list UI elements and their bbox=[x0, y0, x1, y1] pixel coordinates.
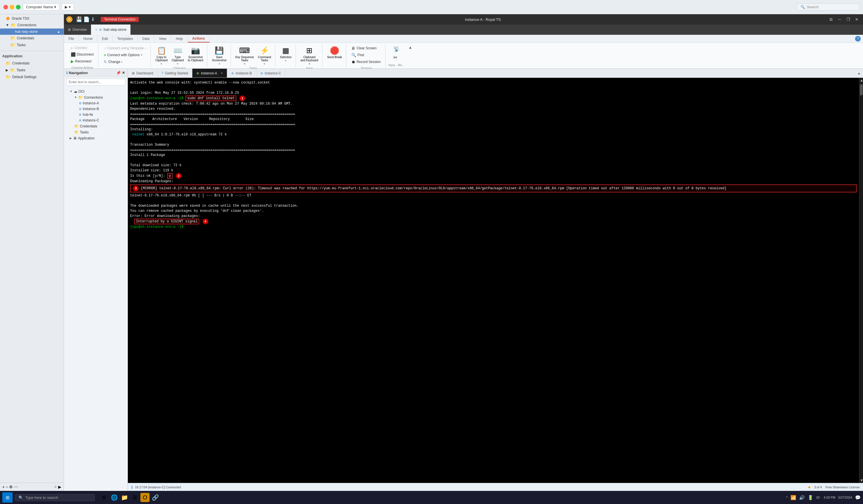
sidebar-minus-icon[interactable]: − bbox=[6, 484, 8, 489]
sidebar-item-app-credentials[interactable]: 📁 Credentials bbox=[0, 60, 64, 67]
type-clipboard-btn[interactable]: ⌨️ TypeClipboard ▾ bbox=[170, 45, 186, 65]
scroll-up-btn[interactable]: ▲ bbox=[859, 78, 863, 83]
taskbar-oracle-icon[interactable]: O bbox=[140, 493, 150, 502]
ribbon-tab-file[interactable]: File bbox=[64, 35, 79, 42]
tray-notification-icon[interactable]: 💬 bbox=[855, 495, 861, 500]
terminal-c-icon: ⊕ bbox=[260, 71, 263, 75]
terminal-tab-instance-c[interactable]: ⊕ instance-C bbox=[256, 69, 285, 78]
play-btn[interactable]: ▶ ▾ bbox=[62, 3, 74, 11]
taskbar-folder-icon[interactable]: 📁 bbox=[120, 493, 129, 502]
nav-pin-icon[interactable]: 📌 bbox=[116, 71, 121, 75]
scrollbar-thumb[interactable] bbox=[860, 84, 863, 95]
connect-options-btn[interactable]: ≡ Connect with Options ▾ bbox=[101, 52, 145, 58]
change-btn[interactable]: ✎ Change › bbox=[101, 59, 124, 65]
rts-doc-icon[interactable]: 📄 bbox=[83, 16, 90, 23]
nav-item-instance-a[interactable]: ⊕ instance-A bbox=[64, 100, 127, 106]
terminal-scrollbar[interactable]: ▲ ▼ bbox=[859, 78, 863, 483]
sidebar-dots-icon[interactable]: ⋯ bbox=[14, 484, 18, 489]
nav-search-input[interactable] bbox=[66, 79, 125, 86]
key-sequence-btn[interactable]: ⌨ Key SequenceTasks ▾ bbox=[234, 45, 256, 65]
ribbon-tab-view[interactable]: View bbox=[154, 35, 171, 42]
terminal-tab-instance-b[interactable]: ⊕ instance-B bbox=[227, 69, 256, 78]
nav-item-connections[interactable]: ▼ 📁 Connections bbox=[64, 94, 127, 100]
ribbon-collapse[interactable]: ▲ bbox=[407, 44, 414, 67]
terminal-tab-getting-started[interactable]: ? Getting Started bbox=[158, 69, 192, 78]
close-traffic-light[interactable] bbox=[3, 5, 8, 9]
rts-save-icon[interactable]: 💾 bbox=[76, 16, 82, 23]
find-btn[interactable]: 🔍 Find bbox=[349, 52, 366, 58]
nav-close-icon[interactable]: ✕ bbox=[122, 70, 125, 75]
nav-item-hub-fw[interactable]: ⊕ hub-fw bbox=[64, 112, 127, 117]
selection-label: Selection bbox=[280, 55, 292, 59]
ribbon-tab-home[interactable]: Home bbox=[79, 35, 97, 42]
nav-item-nav-tasks[interactable]: 📁 Tasks bbox=[64, 129, 127, 135]
taskbar-edge-icon[interactable]: 🌐 bbox=[110, 493, 119, 502]
sidebar-hub-action[interactable]: ▲ bbox=[57, 30, 60, 33]
rts-tabs: ⊞ Overview ✕ ⊕ hub-step-stone bbox=[64, 25, 863, 35]
taskbar-apps-icon[interactable]: ⊞ bbox=[99, 493, 109, 502]
rts-quick-icon[interactable]: ⬇ bbox=[91, 16, 95, 23]
minimize-btn[interactable]: ─ bbox=[836, 15, 843, 23]
ribbon-tab-actions[interactable]: Actions bbox=[188, 35, 210, 42]
terminal-tabs-scroll-up[interactable]: ▲ bbox=[855, 71, 863, 75]
sidebar-item-app-tasks[interactable]: ▶ 📁 Tasks bbox=[0, 67, 64, 74]
taskbar-app2-icon[interactable]: 🔗 bbox=[151, 493, 160, 502]
restore-btn[interactable]: ⧉ bbox=[827, 15, 835, 23]
record-session-btn[interactable]: ⏺ Record Session bbox=[349, 59, 383, 65]
taskbar-search-bar[interactable]: 🔍 Type here to search bbox=[15, 494, 95, 501]
tray-volume-icon[interactable]: 🔊 bbox=[799, 495, 805, 500]
sidebar-item-default-settings[interactable]: 📁 Default Settings bbox=[0, 74, 64, 80]
disconnect-btn[interactable]: ⬛ Disconnect bbox=[68, 51, 96, 57]
terminal-tab-dashboard[interactable]: ⊞ Dashboard bbox=[128, 69, 158, 78]
search-bar[interactable]: 🔍 Search bbox=[797, 3, 860, 11]
minimize-traffic-light[interactable] bbox=[10, 5, 14, 9]
tray-battery-icon[interactable]: 🔋 bbox=[808, 495, 813, 500]
connect-template-btn[interactable]: ≡ Connect using Template › bbox=[101, 45, 148, 51]
nav-item-oci[interactable]: ▼ ☁ OCI bbox=[64, 88, 127, 94]
sidebar-item-connections[interactable]: ▼ 📁 Connections bbox=[0, 22, 64, 28]
tab-close-hub-icon[interactable]: ✕ bbox=[95, 28, 97, 31]
clear-screen-btn[interactable]: 🖥 Clear Screen bbox=[349, 45, 379, 51]
save-screenshot-btn[interactable]: 💾 SaveScreenshot ▾ bbox=[210, 45, 228, 65]
connect-btn[interactable]: ▶ Connect bbox=[68, 45, 90, 51]
wifi-btn[interactable]: 📡 bbox=[391, 45, 402, 53]
nav-item-application[interactable]: ▶ 🖥 Application bbox=[64, 135, 127, 141]
sidebar-item-hub[interactable]: ⊕ hub-step-stone ▲ bbox=[0, 28, 64, 35]
selection-btn[interactable]: ▦ Selection ▾ bbox=[278, 45, 293, 65]
restore2-btn[interactable]: ❐ bbox=[844, 15, 852, 23]
ribbon-tab-templates[interactable]: Templates bbox=[113, 35, 138, 42]
terminal-tab-instance-a[interactable]: ⊕ instance-A ✕ bbox=[192, 69, 227, 78]
nav-item-nav-credentials[interactable]: 📁 Credentials bbox=[64, 123, 127, 129]
close-btn[interactable]: ✕ bbox=[853, 15, 861, 23]
tab-hub[interactable]: ✕ ⊕ hub-step-stone bbox=[91, 25, 131, 35]
scissors-btn[interactable]: ✂ bbox=[391, 54, 400, 62]
sidebar-play-icon[interactable]: ▶ bbox=[58, 484, 61, 489]
screenshot-clipboard-btn[interactable]: 📷 Screenshotto Clipboard bbox=[186, 45, 205, 65]
tray-network-icon[interactable]: 📶 bbox=[790, 495, 796, 500]
scroll-down-btn[interactable]: ▼ bbox=[859, 478, 863, 483]
tab-overview[interactable]: ⊞ Overview bbox=[64, 25, 91, 35]
sidebar-star-icon[interactable]: ☆ bbox=[54, 485, 57, 489]
ribbon-tab-data[interactable]: Data bbox=[138, 35, 154, 42]
tray-expand-icon[interactable]: ^ bbox=[786, 496, 788, 499]
send-break-btn[interactable]: 🛑 Send Break bbox=[325, 45, 343, 65]
ribbon-tab-help[interactable]: Help bbox=[171, 35, 188, 42]
nav-item-instance-b[interactable]: ⊕ instance-B bbox=[64, 106, 127, 112]
terminal-tab-a-close[interactable]: ✕ bbox=[221, 72, 223, 75]
reconnect-btn[interactable]: ▶ Reconnect bbox=[68, 58, 93, 64]
sidebar-item-credentials[interactable]: 📁 Credentials bbox=[0, 35, 64, 42]
sidebar-item-oracle-tsx[interactable]: 🔶 Oracle TSX bbox=[0, 15, 64, 22]
taskbar-terminal-icon[interactable]: 🖥 bbox=[130, 493, 139, 502]
sidebar-gear-icon[interactable]: ⚙ bbox=[9, 484, 13, 489]
sidebar-item-tasks[interactable]: 📁 Tasks bbox=[0, 42, 64, 49]
nav-item-instance-c[interactable]: ⊕ instance-C bbox=[64, 117, 127, 123]
copy-to-clipboard-btn[interactable]: 📋 Copy toClipboard ▾ bbox=[153, 45, 169, 65]
maximize-traffic-light[interactable] bbox=[16, 5, 21, 9]
ribbon-tab-edit[interactable]: Edit bbox=[97, 35, 113, 42]
start-button[interactable]: ⊞ bbox=[2, 492, 13, 503]
help-icon[interactable]: ? bbox=[855, 36, 861, 42]
clipboard-keyboard-btn[interactable]: ⊞ Clipboardand Keyboard ▾ bbox=[299, 45, 320, 65]
sidebar-plus-icon[interactable]: + bbox=[2, 484, 4, 489]
computer-name-btn[interactable]: Computer Name ▾ bbox=[23, 3, 59, 11]
command-tasks-btn[interactable]: ⚡ CommandTasks ▾ bbox=[256, 45, 273, 65]
